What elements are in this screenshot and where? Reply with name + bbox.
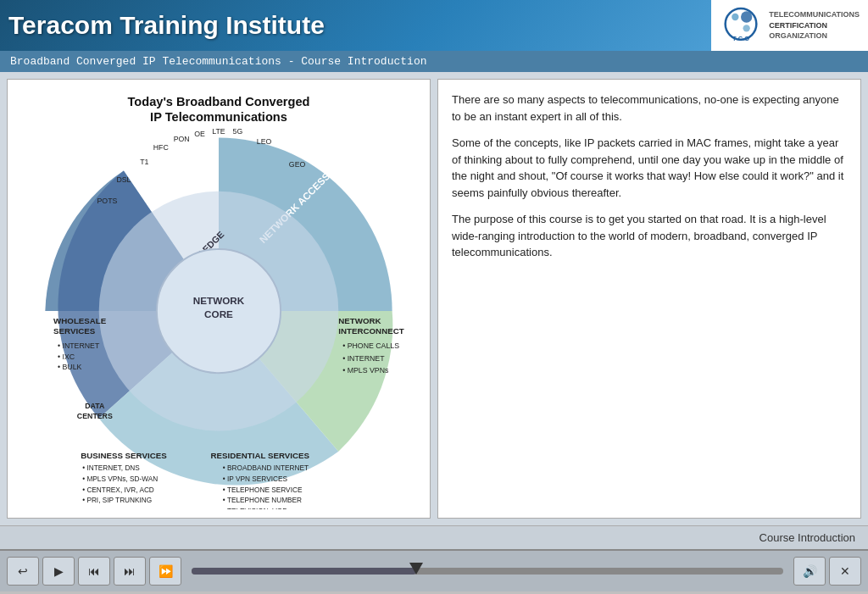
next-chapter-icon: ⏭ [124, 564, 136, 578]
progress-fill [192, 568, 416, 575]
svg-text:INTERCONNECT: INTERCONNECT [338, 326, 403, 336]
para1: There are so many aspects to telecommuni… [452, 92, 847, 125]
app-header: Teracom Training Institute T·C·O TELECOM… [0, 0, 868, 51]
fast-forward-icon: ⏩ [159, 564, 173, 578]
svg-text:• MPLS VPNs, SD-WAN: • MPLS VPNs, SD-WAN [82, 475, 158, 483]
svg-point-2 [741, 11, 752, 22]
subtitle-text: Broadband Converged IP Telecommunication… [10, 55, 426, 68]
svg-text:T·C·O: T·C·O [732, 35, 749, 42]
logo-line2: CERTIFICATION [769, 20, 860, 31]
play-button[interactable]: ▶ [42, 557, 75, 586]
tco-logo-icon: T·C·O [720, 4, 762, 47]
svg-text:T1: T1 [140, 158, 148, 166]
diagram-title-line1: Today's Broadband Converged [127, 95, 309, 108]
svg-text:• BROADBAND INTERNET: • BROADBAND INTERNET [223, 464, 309, 472]
svg-text:OE: OE [194, 130, 205, 138]
svg-text:• BULK: • BULK [58, 363, 82, 371]
close-icon: ✕ [840, 564, 850, 578]
svg-text:DATA: DATA [85, 402, 105, 410]
diagram-title-line2: IP Telecommunications [150, 110, 287, 124]
svg-text:• PRI, SIP TRUNKING: • PRI, SIP TRUNKING [82, 497, 152, 504]
svg-text:SERVICES: SERVICES [53, 326, 96, 336]
text-panel: There are so many aspects to telecommuni… [437, 79, 861, 519]
logo-line1: TELECOMMUNICATIONS [769, 9, 860, 20]
svg-text:BUSINESS SERVICES: BUSINESS SERVICES [81, 451, 167, 460]
svg-text:• MPLS VPNs: • MPLS VPNs [342, 366, 389, 375]
svg-text:• TELEPHONE NUMBER: • TELEPHONE NUMBER [223, 497, 302, 504]
svg-text:• INTERNET, DNS: • INTERNET, DNS [82, 464, 140, 472]
svg-text:GEO: GEO [289, 160, 306, 169]
footer-bar: Course Introduction [0, 525, 868, 549]
svg-point-4 [743, 25, 750, 31]
svg-text:POTS: POTS [97, 197, 118, 205]
para3: The purpose of this course is to get you… [452, 211, 847, 261]
back-icon: ↩ [18, 564, 28, 578]
main-content: Today's Broadband Converged IP Telecommu… [0, 72, 868, 525]
volume-icon: 🔊 [803, 564, 817, 578]
para2: Some of the concepts, like IP packets ca… [452, 135, 847, 201]
svg-text:• PHONE CALLS: • PHONE CALLS [342, 341, 399, 350]
next-chapter-button[interactable]: ⏭ [114, 557, 146, 586]
svg-text:HFC: HFC [153, 143, 169, 152]
svg-text:• TELEVISION, VOD: • TELEVISION, VOD [223, 508, 287, 509]
svg-text:• IP VPN SERVICES: • IP VPN SERVICES [223, 475, 288, 483]
diagram-panel: Today's Broadband Converged IP Telecommu… [7, 79, 431, 519]
svg-text:RESIDENTIAL SERVICES: RESIDENTIAL SERVICES [210, 451, 309, 460]
logo-line3: ORGANIZATION [769, 31, 860, 42]
svg-text:LTE: LTE [212, 127, 225, 136]
fast-forward-button[interactable]: ⏩ [149, 557, 181, 586]
svg-point-3 [732, 14, 738, 20]
controls-bar: ↩ ▶ ⏮ ⏭ ⏩ 🔊 ✕ [0, 549, 868, 591]
broadband-diagram: Today's Broadband Converged IP Telecommu… [16, 88, 421, 509]
prev-chapter-button[interactable]: ⏮ [78, 557, 110, 586]
svg-text:WHOLESALE: WHOLESALE [53, 316, 107, 325]
svg-text:NETWORK: NETWORK [193, 295, 245, 306]
app-title: Teracom Training Institute [8, 11, 325, 40]
svg-text:• CENTREX, IVR, ACD: • CENTREX, IVR, ACD [82, 486, 154, 494]
svg-text:• INTERNET: • INTERNET [342, 354, 385, 363]
svg-text:LEO: LEO [257, 137, 272, 146]
logo-text: TELECOMMUNICATIONS CERTIFICATION ORGANIZ… [769, 9, 860, 42]
svg-text:• INTERNET: • INTERNET [58, 341, 100, 350]
subtitle-bar: Broadband Converged IP Telecommunication… [0, 51, 868, 72]
close-button[interactable]: ✕ [829, 557, 861, 586]
svg-text:CENTERS: CENTERS [77, 412, 113, 420]
play-icon: ▶ [54, 564, 64, 578]
svg-text:• TELEPHONE SERVICE: • TELEPHONE SERVICE [223, 486, 303, 494]
volume-button[interactable]: 🔊 [793, 557, 826, 586]
prev-chapter-icon: ⏮ [88, 564, 100, 578]
back-button[interactable]: ↩ [7, 557, 39, 586]
progress-bar[interactable] [192, 568, 783, 575]
svg-text:PON: PON [174, 135, 190, 143]
svg-text:5G: 5G [233, 127, 243, 136]
svg-text:• IXC: • IXC [58, 353, 75, 361]
progress-marker [409, 563, 423, 575]
svg-text:CORE: CORE [204, 308, 233, 319]
svg-text:NETWORK: NETWORK [338, 316, 381, 325]
svg-text:DSL: DSL [116, 175, 131, 184]
logo-area: T·C·O TELECOMMUNICATIONS CERTIFICATION O… [711, 0, 868, 51]
footer-label: Course Introduction [760, 531, 855, 544]
